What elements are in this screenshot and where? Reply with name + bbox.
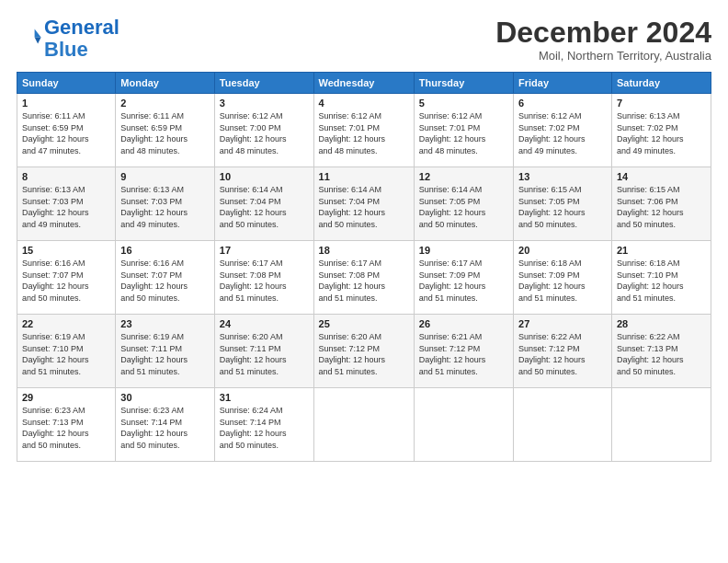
table-row: 19Sunrise: 6:17 AM Sunset: 7:09 PM Dayli… (414, 241, 513, 315)
day-number: 9 (120, 171, 210, 182)
day-info: Sunrise: 6:17 AM Sunset: 7:08 PM Dayligh… (319, 258, 409, 304)
day-number: 5 (419, 98, 508, 109)
day-info: Sunrise: 6:23 AM Sunset: 7:14 PM Dayligh… (120, 405, 210, 451)
table-row: 24Sunrise: 6:20 AM Sunset: 7:11 PM Dayli… (214, 315, 313, 388)
col-monday: Monday (116, 73, 215, 94)
day-info: Sunrise: 6:17 AM Sunset: 7:09 PM Dayligh… (419, 258, 508, 304)
logo-text: General Blue (44, 17, 119, 61)
day-info: Sunrise: 6:19 AM Sunset: 7:11 PM Dayligh… (120, 331, 210, 377)
day-info: Sunrise: 6:11 AM Sunset: 6:59 PM Dayligh… (120, 110, 210, 156)
day-info: Sunrise: 6:18 AM Sunset: 7:10 PM Dayligh… (617, 258, 706, 304)
day-info: Sunrise: 6:19 AM Sunset: 7:10 PM Dayligh… (22, 331, 110, 377)
table-row: 1Sunrise: 6:11 AM Sunset: 6:59 PM Daylig… (17, 94, 116, 167)
day-info: Sunrise: 6:12 AM Sunset: 7:00 PM Dayligh… (220, 110, 309, 156)
table-row: 7Sunrise: 6:13 AM Sunset: 7:02 PM Daylig… (611, 94, 711, 167)
day-info: Sunrise: 6:13 AM Sunset: 7:03 PM Dayligh… (22, 184, 110, 230)
day-info: Sunrise: 6:22 AM Sunset: 7:13 PM Dayligh… (617, 331, 706, 377)
logo-line2: Blue (44, 38, 88, 61)
day-number: 17 (220, 245, 309, 256)
table-row: 17Sunrise: 6:17 AM Sunset: 7:08 PM Dayli… (214, 241, 313, 315)
day-number: 1 (22, 98, 110, 109)
day-info: Sunrise: 6:14 AM Sunset: 7:04 PM Dayligh… (220, 184, 309, 230)
day-info: Sunrise: 6:18 AM Sunset: 7:09 PM Dayligh… (518, 258, 607, 304)
table-row: 5Sunrise: 6:12 AM Sunset: 7:01 PM Daylig… (414, 94, 513, 167)
svg-marker-0 (35, 29, 41, 38)
calendar-week-row: 1Sunrise: 6:11 AM Sunset: 6:59 PM Daylig… (17, 94, 711, 167)
calendar: Sunday Monday Tuesday Wednesday Thursday… (17, 72, 711, 462)
day-info: Sunrise: 6:12 AM Sunset: 7:02 PM Dayligh… (518, 110, 607, 156)
table-row: 3Sunrise: 6:12 AM Sunset: 7:00 PM Daylig… (214, 94, 313, 167)
table-row: 14Sunrise: 6:15 AM Sunset: 7:06 PM Dayli… (611, 167, 711, 241)
day-number: 19 (419, 245, 508, 256)
svg-marker-1 (35, 38, 41, 44)
table-row: 12Sunrise: 6:14 AM Sunset: 7:05 PM Dayli… (414, 167, 513, 241)
month-title: December 2024 (495, 17, 711, 49)
page: General Blue December 2024 Moil, Norther… (0, 0, 728, 563)
day-info: Sunrise: 6:16 AM Sunset: 7:07 PM Dayligh… (22, 258, 110, 304)
day-number: 8 (22, 171, 110, 182)
table-row: 22Sunrise: 6:19 AM Sunset: 7:10 PM Dayli… (17, 315, 116, 388)
day-number: 12 (419, 171, 508, 182)
calendar-header-row: Sunday Monday Tuesday Wednesday Thursday… (17, 73, 711, 94)
table-row: 21Sunrise: 6:18 AM Sunset: 7:10 PM Dayli… (611, 241, 711, 315)
col-saturday: Saturday (611, 73, 711, 94)
table-row: 25Sunrise: 6:20 AM Sunset: 7:12 PM Dayli… (313, 315, 414, 388)
day-number: 16 (120, 245, 210, 256)
table-row: 31Sunrise: 6:24 AM Sunset: 7:14 PM Dayli… (214, 388, 313, 462)
table-row: 10Sunrise: 6:14 AM Sunset: 7:04 PM Dayli… (214, 167, 313, 241)
table-row: 16Sunrise: 6:16 AM Sunset: 7:07 PM Dayli… (116, 241, 215, 315)
calendar-week-row: 29Sunrise: 6:23 AM Sunset: 7:13 PM Dayli… (17, 388, 711, 462)
day-number: 10 (220, 171, 309, 182)
day-info: Sunrise: 6:13 AM Sunset: 7:03 PM Dayligh… (120, 184, 210, 230)
title-block: December 2024 Moil, Northern Territory, … (495, 17, 711, 63)
day-number: 27 (518, 318, 607, 329)
day-number: 6 (518, 98, 607, 109)
day-number: 13 (518, 171, 607, 182)
table-row: 11Sunrise: 6:14 AM Sunset: 7:04 PM Dayli… (313, 167, 414, 241)
day-info: Sunrise: 6:15 AM Sunset: 7:05 PM Dayligh… (518, 184, 607, 230)
table-row: 28Sunrise: 6:22 AM Sunset: 7:13 PM Dayli… (611, 315, 711, 388)
day-info: Sunrise: 6:21 AM Sunset: 7:12 PM Dayligh… (419, 331, 508, 377)
table-row: 27Sunrise: 6:22 AM Sunset: 7:12 PM Dayli… (514, 315, 612, 388)
day-number: 21 (617, 245, 706, 256)
table-row: 30Sunrise: 6:23 AM Sunset: 7:14 PM Dayli… (116, 388, 215, 462)
logo-line1: General (44, 16, 119, 39)
day-number: 2 (120, 98, 210, 109)
day-info: Sunrise: 6:12 AM Sunset: 7:01 PM Dayligh… (419, 110, 508, 156)
day-number: 28 (617, 318, 706, 329)
day-number: 18 (319, 245, 409, 256)
day-number: 20 (518, 245, 607, 256)
table-row: 29Sunrise: 6:23 AM Sunset: 7:13 PM Dayli… (17, 388, 116, 462)
col-tuesday: Tuesday (214, 73, 313, 94)
day-number: 23 (120, 318, 210, 329)
table-row: 4Sunrise: 6:12 AM Sunset: 7:01 PM Daylig… (313, 94, 414, 167)
day-info: Sunrise: 6:23 AM Sunset: 7:13 PM Dayligh… (22, 405, 110, 451)
table-row: 6Sunrise: 6:12 AM Sunset: 7:02 PM Daylig… (514, 94, 612, 167)
day-number: 7 (617, 98, 706, 109)
col-friday: Friday (514, 73, 612, 94)
day-number: 11 (319, 171, 409, 182)
table-row (611, 388, 711, 462)
day-number: 4 (319, 98, 409, 109)
logo: General Blue (17, 17, 119, 61)
table-row (514, 388, 612, 462)
calendar-week-row: 22Sunrise: 6:19 AM Sunset: 7:10 PM Dayli… (17, 315, 711, 388)
table-row: 2Sunrise: 6:11 AM Sunset: 6:59 PM Daylig… (116, 94, 215, 167)
day-number: 31 (220, 392, 309, 403)
day-info: Sunrise: 6:11 AM Sunset: 6:59 PM Dayligh… (22, 110, 110, 156)
day-number: 14 (617, 171, 706, 182)
day-info: Sunrise: 6:24 AM Sunset: 7:14 PM Dayligh… (220, 405, 309, 451)
table-row: 23Sunrise: 6:19 AM Sunset: 7:11 PM Dayli… (116, 315, 215, 388)
day-info: Sunrise: 6:20 AM Sunset: 7:12 PM Dayligh… (319, 331, 409, 377)
day-info: Sunrise: 6:14 AM Sunset: 7:05 PM Dayligh… (419, 184, 508, 230)
day-number: 22 (22, 318, 110, 329)
day-number: 26 (419, 318, 508, 329)
col-sunday: Sunday (17, 73, 116, 94)
table-row (313, 388, 414, 462)
table-row: 15Sunrise: 6:16 AM Sunset: 7:07 PM Dayli… (17, 241, 116, 315)
day-number: 3 (220, 98, 309, 109)
day-info: Sunrise: 6:22 AM Sunset: 7:12 PM Dayligh… (518, 331, 607, 377)
logo-icon (17, 26, 42, 52)
day-info: Sunrise: 6:12 AM Sunset: 7:01 PM Dayligh… (319, 110, 409, 156)
day-number: 30 (120, 392, 210, 403)
